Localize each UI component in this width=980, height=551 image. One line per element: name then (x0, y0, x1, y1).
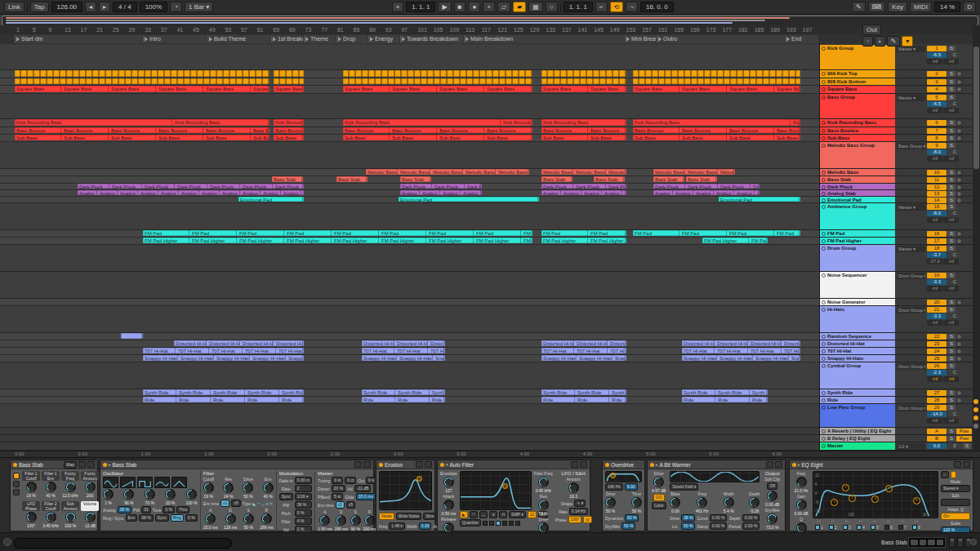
arm-button[interactable] (956, 231, 962, 237)
arm-icon[interactable] (822, 232, 826, 236)
track-lane-synth-ride[interactable]: Synth RideSynth RideSynth RideSynth Ride… (0, 389, 819, 397)
track-lane-noise-generator[interactable] (0, 299, 819, 306)
routing-selector[interactable]: Master ▾ (897, 246, 925, 252)
session-record-button[interactable]: ▦ (528, 2, 543, 12)
ruler-bar-label[interactable]: 149 (610, 27, 620, 33)
group-fold-icon[interactable] (822, 96, 826, 100)
save-preset-icon[interactable] (580, 461, 587, 468)
master-pan-field[interactable]: 0 (947, 443, 962, 449)
clip-kick-recording-bass[interactable]: Kick Recording BassKick Recording Bass (633, 119, 800, 126)
ruler-bar-label[interactable]: 117 (482, 27, 491, 33)
solo-button[interactable]: S (947, 128, 956, 134)
ruler-bar-label[interactable]: 137 (562, 27, 572, 33)
track-header-random-sequence[interactable]: Random Sequence22S (820, 333, 973, 340)
field-period[interactable]: 0.00 % (742, 522, 760, 530)
track-header-ride[interactable]: Ride28S (820, 397, 973, 404)
clip-808-kick-bottom[interactable] (541, 78, 626, 84)
track-lane-707-hi-hat[interactable]: 707 Hi-Hat707 Hi-Hat707 Hi-Hat707 Hi-Hat… (0, 348, 819, 355)
ruler-bar-label[interactable]: 93 (385, 27, 392, 33)
arm-button[interactable] (956, 238, 962, 244)
hot-swap-icon[interactable] (766, 461, 773, 468)
track-number[interactable]: 20 (927, 300, 947, 305)
ruler-bar-label[interactable]: 25 (113, 27, 119, 33)
sine-mode-button[interactable]: Sine (423, 513, 436, 520)
clip-fm-pad-higher[interactable]: FM Pad HigherFM Pad Higher (541, 238, 626, 243)
mixer-toggle[interactable]: • (875, 36, 885, 47)
ramp-wave-icon[interactable] (120, 477, 136, 488)
lfo-shape-menu[interactable]: ∿ ▾ (574, 500, 586, 507)
group-fold-icon[interactable] (822, 247, 826, 251)
track-number[interactable]: 6 (927, 120, 947, 126)
track-lane-bass-group[interactable] (0, 94, 819, 119)
clip-808-kick-bottom[interactable] (15, 78, 270, 84)
track-lane-kick-recording-bass[interactable]: Kick Recording BassKick Recording BassKi… (0, 119, 819, 127)
ruler-bar-label[interactable]: 145 (594, 27, 604, 33)
macro-map-button[interactable]: Map (64, 461, 77, 469)
band-enable-checkbox[interactable] (898, 525, 903, 530)
clip-707-hi-hat[interactable]: 707 Hi-Hat707 Hi-Hat707 Hi-Hat707 Hi-Hat… (143, 348, 304, 353)
pan-field[interactable]: C (947, 370, 962, 375)
clip-fm-pad-higher[interactable]: FM Pad HigherFM Pad Higher (702, 238, 768, 243)
ruler-bar-label[interactable]: 33 (145, 27, 151, 33)
solo-button[interactable]: S (947, 170, 956, 176)
clip-random-sequence[interactable] (121, 333, 143, 339)
routing-selector[interactable]: Drum Group ▾ (897, 273, 925, 279)
track-number[interactable]: 22 (927, 334, 947, 340)
clip-snappy-hi-hats[interactable]: Snappy Hi-HatsSnappy Hi-HatsSnappy Hi-Ha… (541, 355, 626, 361)
ruler-bar-label[interactable]: 97 (401, 27, 408, 33)
solo-button[interactable]: S (947, 46, 956, 51)
arm-icon[interactable] (822, 192, 826, 196)
dynamics-field[interactable]: 50 % (625, 514, 639, 522)
clip-synth-ride[interactable]: Synth RideSynth RideSynth Ride (541, 389, 626, 395)
adapt-q-button[interactable]: On (941, 513, 970, 520)
triangle-wave-icon[interactable] (172, 477, 187, 488)
send-a-field[interactable]: -inf (927, 217, 942, 223)
clip-melodic-bass[interactable]: Melodic BassMelodic BassMelodic Bass (653, 169, 735, 175)
quantize-button[interactable]: Quantize (460, 519, 481, 527)
track-lane-master[interactable] (0, 442, 819, 451)
arm-icon[interactable] (822, 349, 826, 353)
solo-button[interactable]: S (947, 79, 956, 85)
volume-field[interactable]: -3.3 (927, 279, 947, 285)
solo-button[interactable]: S (947, 341, 956, 347)
clip-melodic-bass[interactable]: Melodic BassMelodic BassMelodic BassMelo… (366, 169, 529, 175)
arm-button[interactable] (956, 198, 962, 203)
arm-icon[interactable] (822, 357, 826, 361)
locator-1st-breakd[interactable]: 1st Breakd... (271, 35, 303, 43)
track-header-noise-sequencer[interactable]: Noise Sequencer19S-3.3C-inf-infDrum Grou… (820, 272, 973, 299)
track-name[interactable]: 909 Kick Top (820, 70, 895, 78)
pan-field[interactable]: C (947, 279, 962, 285)
track-name[interactable]: Bass Group (820, 94, 895, 118)
edit-button[interactable] (941, 499, 970, 506)
solo-button[interactable]: S (947, 363, 956, 369)
send-b-field[interactable]: -inf (943, 59, 959, 64)
arm-icon[interactable] (822, 185, 826, 189)
routing-selector[interactable]: Master ▾ (897, 204, 925, 211)
track-header-b-delay-eq-eight[interactable]: B Delay | EQ EightBSPost (820, 435, 973, 442)
track-header-low-perc-group[interactable]: Low Perc Group29S-14.0C-inf-infDrum Grou… (820, 404, 973, 428)
device-title-bar[interactable]: ▸ Bass Stab (100, 460, 373, 469)
bw-knob[interactable] (749, 497, 760, 508)
record-button[interactable]: ● (468, 2, 480, 12)
arm-button[interactable] (956, 191, 962, 197)
arm-icon[interactable] (822, 391, 826, 395)
draw-toggle[interactable]: ✎ (887, 36, 901, 47)
quantize-division[interactable] (489, 521, 494, 526)
clip-emotional-pad[interactable]: Emotional Pad (719, 197, 800, 202)
save-preset-icon[interactable] (963, 461, 970, 468)
distort-field[interactable]: 20 % (332, 485, 345, 492)
pan-field[interactable]: C (947, 149, 962, 155)
macro-knob-fuzzy-amount[interactable] (85, 482, 96, 492)
track-name[interactable]: Noise Sequencer (820, 272, 895, 298)
solo-button[interactable]: S (947, 307, 956, 313)
device-title-bar[interactable]: ▾ Auto Filter (438, 460, 590, 469)
track-name[interactable]: Drum Group (820, 245, 895, 271)
lfo-rate-field[interactable]: 2 (295, 485, 312, 492)
solo-button[interactable]: S (947, 238, 956, 244)
eq-band-5[interactable]: ◠5 (868, 520, 881, 530)
volume-field[interactable]: -8.0 (927, 211, 947, 216)
track-header-emotional-pad[interactable]: Emotional Pad14S (820, 197, 973, 203)
arrangement-position-display[interactable]: 1. 1. 1 (406, 2, 435, 12)
send-a-field[interactable]: -inf (927, 156, 942, 162)
send-a-field[interactable]: -inf (927, 376, 942, 382)
